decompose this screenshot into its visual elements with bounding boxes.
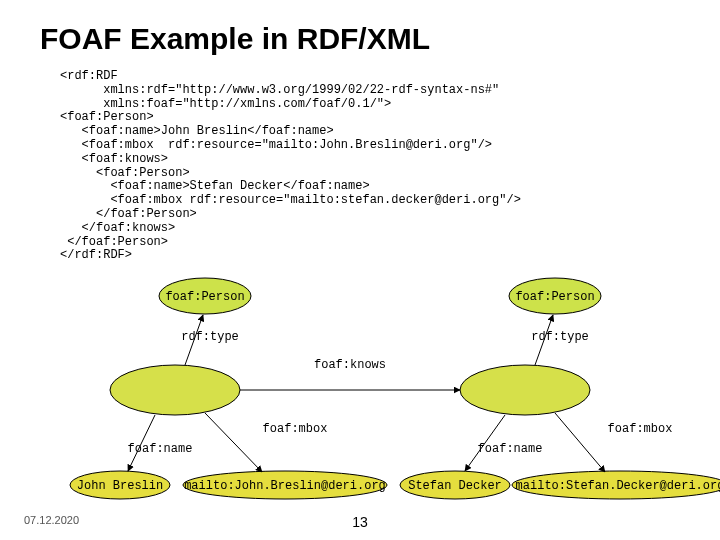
class-label-right: foaf:Person [515, 290, 594, 304]
leaf-name-left-label: John Breslin [77, 479, 163, 493]
instance-left [110, 365, 240, 415]
edge-label-mbox-left: foaf:mbox [263, 422, 328, 436]
footer-date: 07.12.2020 [24, 514, 79, 526]
edge-label-knows: foaf:knows [314, 358, 386, 372]
leaf-mbox-right-label: mailto:Stefan.Decker@deri.org [516, 479, 720, 493]
leaf-mbox-left-label: mailto:John.Breslin@deri.org [184, 479, 386, 493]
edge-label-name-left: foaf:name [128, 442, 193, 456]
edge-mbox-left [205, 413, 262, 472]
slide: FOAF Example in RDF/XML <rdf:RDF xmlns:r… [0, 0, 720, 540]
edge-label-type-right: rdf:type [531, 330, 589, 344]
class-label-left: foaf:Person [165, 290, 244, 304]
edge-label-mbox-right: foaf:mbox [608, 422, 673, 436]
edge-mbox-right [555, 413, 605, 472]
edge-label-name-right: foaf:name [478, 442, 543, 456]
edge-label-type-left: rdf:type [181, 330, 239, 344]
footer-page-number: 13 [352, 514, 368, 530]
instance-right [460, 365, 590, 415]
leaf-name-right-label: Stefan Decker [408, 479, 502, 493]
rdf-graph-diagram: foaf:Person foaf:Person rdf:type rdf:typ… [0, 0, 720, 540]
